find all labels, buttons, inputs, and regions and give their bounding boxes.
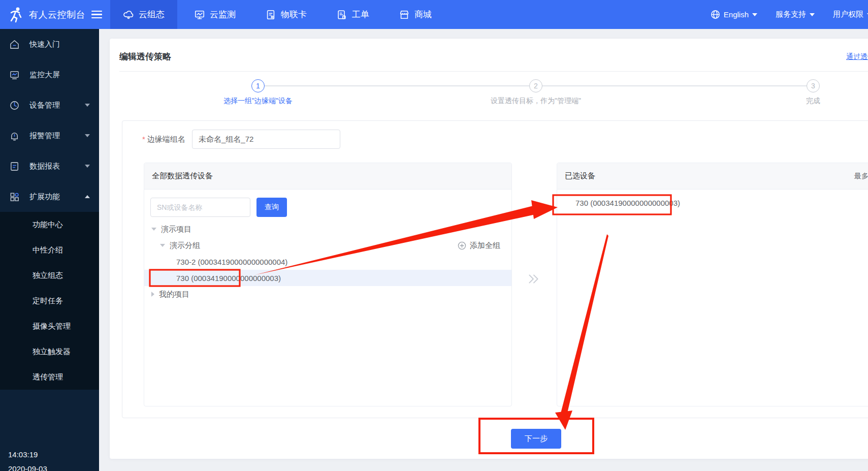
tab-cloud-monitor[interactable]: 云监测	[181, 0, 248, 29]
submenu-item-camera-mgmt[interactable]: 摄像头管理	[0, 313, 99, 339]
step-3-circle: 3	[807, 79, 820, 92]
chevron-down-icon	[85, 104, 90, 107]
clock-time: 14:03:19	[8, 448, 47, 462]
step-connector-1	[265, 85, 529, 86]
work-order-icon	[336, 9, 347, 20]
sim-card-icon	[265, 9, 276, 20]
clock-date: 2020-09-03	[8, 462, 47, 471]
tree-node-label: 我的项目	[159, 290, 189, 299]
submenu-item-feature-center[interactable]: 功能中心	[0, 212, 99, 237]
sidebar-item-extensions[interactable]: 扩展功能	[0, 181, 99, 212]
sidebar-item-quick-start[interactable]: 快速入门	[0, 29, 99, 59]
required-asterisk: *	[142, 135, 145, 143]
step-3-label: 完成	[732, 97, 868, 106]
max-limit-hint: 最多	[854, 172, 868, 181]
device-search-row: 查询	[150, 198, 287, 217]
topbar-right: English 服务支持 用户权限	[711, 10, 868, 19]
tab-label: 工单	[352, 9, 369, 20]
apps-grid-icon	[9, 192, 20, 202]
all-devices-panel: 全部数据透传设备 查询 演示项目 演示分组 添加全组	[144, 163, 512, 406]
submenu-item-passthrough-mgmt[interactable]: 透传管理	[0, 364, 99, 390]
support-label: 服务支持	[776, 10, 806, 19]
selected-device-item[interactable]: 730 (00034190000000000003)	[575, 199, 680, 207]
tree-node-label: 730-2 (00034190000000000004)	[176, 258, 287, 266]
permission-dropdown[interactable]: 用户权限	[833, 10, 868, 19]
device-search-input[interactable]	[150, 198, 250, 217]
logo[interactable]: 有人云控制台	[0, 6, 100, 23]
cloud-icon	[123, 9, 134, 20]
tree-node-demo-project[interactable]: 演示项目	[144, 221, 511, 237]
chevron-down-icon	[85, 134, 90, 137]
step-2-label: 设置透传目标，作为"管理端"	[455, 97, 617, 106]
tab-cloud-scada[interactable]: 云组态	[110, 0, 177, 29]
divider	[119, 71, 868, 72]
circle-plus-icon	[458, 241, 466, 250]
globe-icon	[711, 10, 720, 19]
alarm-bell-icon	[9, 131, 20, 141]
chevron-down-icon	[752, 13, 757, 16]
sidebar-item-label: 扩展功能	[29, 192, 60, 202]
passthrough-list-link[interactable]: 通过透传	[846, 52, 868, 61]
sidebar-item-label: 数据报表	[29, 162, 60, 171]
tree-node-label: 演示分组	[170, 241, 200, 250]
device-gauge-icon	[9, 100, 20, 111]
step-connector-2	[542, 85, 807, 86]
next-step-button[interactable]: 下一步	[511, 429, 561, 449]
chevron-up-icon	[85, 195, 90, 198]
selected-devices-panel-title: 已选设备	[565, 171, 595, 181]
sidebar-item-label: 设备管理	[29, 101, 60, 110]
tab-label: 云组态	[139, 9, 165, 20]
chevron-down-icon	[85, 165, 90, 168]
language-dropdown[interactable]: English	[711, 10, 757, 19]
tab-work-order[interactable]: 工单	[324, 0, 382, 29]
menu-toggle-icon[interactable]	[91, 11, 102, 19]
search-button[interactable]: 查询	[256, 198, 287, 217]
content-card: 编辑透传策略 通过透传 1 2 3 选择一组"边缘端"设备 设置透传目标，作为"…	[110, 39, 868, 459]
tree-node-label: 演示项目	[161, 225, 191, 234]
sidebar-item-alarm-mgmt[interactable]: 报警管理	[0, 120, 99, 151]
chevron-down-icon	[810, 13, 815, 16]
tree-expand-icon[interactable]	[151, 228, 156, 231]
tab-iot-card[interactable]: 物联卡	[252, 0, 319, 29]
tree-node-device-730-2[interactable]: 730-2 (00034190000000000004)	[144, 254, 511, 270]
add-whole-group-link[interactable]: 添加全组	[458, 237, 500, 254]
monitor-icon	[194, 9, 205, 20]
sidebar-item-label: 快速入门	[29, 40, 60, 49]
extensions-submenu: 功能中心 中性介绍 独立组态 定时任务 摄像头管理 独立触发器 透传管理	[0, 212, 99, 390]
submenu-item-standalone-scada[interactable]: 独立组态	[0, 263, 99, 288]
top-nav: 云组态 云监测 物联卡	[110, 0, 444, 29]
tab-mall[interactable]: 商城	[386, 0, 444, 29]
group-name-label: *边缘端组名	[142, 135, 185, 144]
app-title: 有人云控制台	[29, 9, 85, 21]
group-name-input[interactable]	[192, 130, 340, 149]
submenu-item-scheduled-task[interactable]: 定时任务	[0, 288, 99, 313]
submenu-item-neutral-intro[interactable]: 中性介绍	[0, 237, 99, 263]
tree-node-label: 730 (00034190000000000003)	[176, 274, 281, 282]
home-icon	[9, 39, 20, 50]
tree-expand-icon[interactable]	[160, 244, 165, 247]
sidebar-clock: 14:03:19 2020-09-03	[8, 448, 47, 471]
topbar: 有人云控制台 云组态 云监测	[0, 0, 868, 29]
tab-label: 物联卡	[281, 9, 307, 20]
step-1-label: 选择一组"边缘端"设备	[177, 97, 339, 106]
selected-devices-panel-header: 已选设备 最多	[557, 163, 868, 190]
tree-collapsed-icon[interactable]	[151, 292, 154, 297]
sidebar: 快速入门 监控大屏 设备管理 报警管理	[0, 29, 99, 471]
language-label: English	[724, 10, 749, 19]
sidebar-item-device-mgmt[interactable]: 设备管理	[0, 90, 99, 120]
submenu-item-standalone-trigger[interactable]: 独立触发器	[0, 339, 99, 364]
tab-label: 商城	[414, 9, 432, 20]
step-1-circle: 1	[251, 79, 265, 92]
permission-label: 用户权限	[833, 10, 863, 19]
device-tree: 演示项目 演示分组 添加全组 730-2 (000341900000000000…	[144, 221, 511, 302]
selected-devices-panel: 已选设备 最多 730 (00034190000000000003)	[557, 163, 868, 406]
transfer-right-icon[interactable]	[527, 272, 540, 286]
tree-node-my-project[interactable]: 我的项目	[144, 286, 511, 302]
sidebar-item-monitor-screen[interactable]: 监控大屏	[0, 59, 99, 90]
tree-node-demo-group[interactable]: 演示分组 添加全组	[144, 237, 511, 254]
sidebar-item-label: 报警管理	[29, 131, 60, 141]
support-dropdown[interactable]: 服务支持	[776, 10, 815, 19]
sidebar-item-data-report[interactable]: 数据报表	[0, 151, 99, 181]
tree-node-device-730-selected[interactable]: 730 (00034190000000000003)	[144, 270, 511, 286]
big-screen-icon	[9, 70, 20, 80]
